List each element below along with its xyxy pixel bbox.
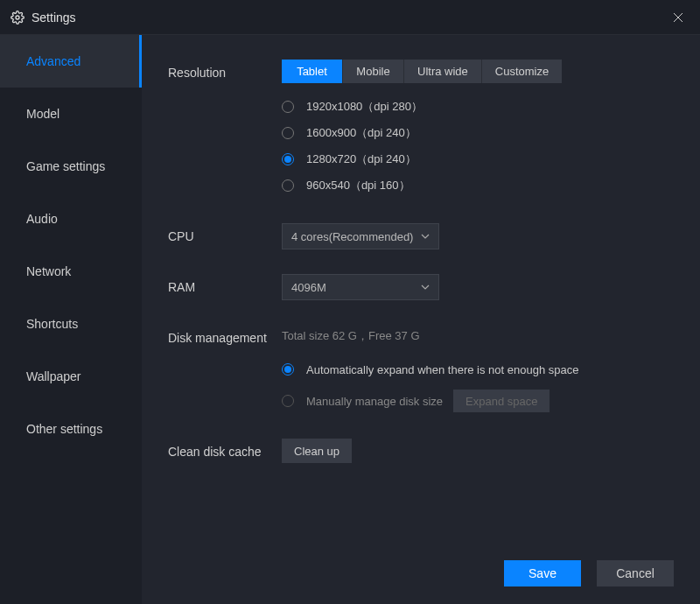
ram-value: 4096M <box>291 281 326 294</box>
resolution-label: Resolution <box>168 60 282 199</box>
resolution-option[interactable]: 960x540（dpi 160） <box>282 172 674 199</box>
svg-point-0 <box>16 16 19 19</box>
main-panel: Resolution TabletMobileUltra wideCustomi… <box>142 35 700 569</box>
resolution-tab-tablet[interactable]: Tablet <box>282 60 343 83</box>
radio-icon <box>282 363 294 376</box>
sidebar-item-wallpaper[interactable]: Wallpaper <box>0 350 142 403</box>
cpu-select[interactable]: 4 cores(Recommended) <box>282 223 439 249</box>
radio-icon <box>282 179 294 192</box>
sidebar-item-model[interactable]: Model <box>0 88 142 140</box>
sidebar-item-network[interactable]: Network <box>0 245 142 298</box>
sidebar-item-advanced[interactable]: Advanced <box>0 35 142 88</box>
resolution-tab-ultra-wide[interactable]: Ultra wide <box>404 60 482 83</box>
cpu-label: CPU <box>168 223 282 249</box>
chevron-down-icon <box>421 281 430 294</box>
resolution-option-label: 1600x900（dpi 240） <box>306 125 416 141</box>
clean-label: Clean disk cache <box>168 439 282 463</box>
radio-icon <box>282 101 294 113</box>
radio-icon <box>282 153 294 165</box>
resolution-option[interactable]: 1920x1080（dpi 280） <box>282 94 674 120</box>
resolution-option-label: 1920x1080（dpi 280） <box>306 99 423 115</box>
sidebar-item-game-settings[interactable]: Game settings <box>0 140 142 193</box>
disk-auto-label: Automatically expand when there is not e… <box>306 363 578 376</box>
chevron-down-icon <box>421 230 430 243</box>
save-button[interactable]: Save <box>504 560 581 586</box>
resolution-option[interactable]: 1600x900（dpi 240） <box>282 120 674 146</box>
close-button[interactable] <box>665 4 691 31</box>
resolution-option-label: 960x540（dpi 160） <box>306 178 410 193</box>
disk-info: Total size 62 G，Free 37 G <box>282 325 674 344</box>
disk-manual-label: Manually manage disk size <box>306 395 443 408</box>
sidebar-item-audio[interactable]: Audio <box>0 193 142 245</box>
sidebar: AdvancedModelGame settingsAudioNetworkSh… <box>0 35 142 569</box>
ram-select[interactable]: 4096M <box>282 274 439 300</box>
radio-icon <box>282 127 294 139</box>
gear-icon <box>10 11 24 25</box>
resolution-option[interactable]: 1280x720（dpi 240） <box>282 146 674 172</box>
disk-manual-radio[interactable]: Manually manage disk size Expand space <box>282 388 674 414</box>
ram-label: RAM <box>168 274 282 300</box>
radio-icon <box>282 395 294 407</box>
resolution-tab-mobile[interactable]: Mobile <box>343 60 404 83</box>
resolution-option-label: 1280x720（dpi 240） <box>306 151 416 167</box>
clean-up-button[interactable]: Clean up <box>282 439 352 463</box>
cpu-value: 4 cores(Recommended) <box>291 230 413 243</box>
cancel-button[interactable]: Cancel <box>597 560 674 586</box>
footer: Save Cancel <box>142 569 700 604</box>
sidebar-item-other-settings[interactable]: Other settings <box>0 403 142 455</box>
disk-label: Disk management <box>168 325 282 414</box>
expand-space-button: Expand space <box>453 390 550 412</box>
resolution-tabs: TabletMobileUltra wideCustomize <box>282 60 674 83</box>
titlebar: Settings <box>0 0 700 35</box>
window-title: Settings <box>32 11 665 25</box>
resolution-tab-customize[interactable]: Customize <box>482 60 562 83</box>
sidebar-item-shortcuts[interactable]: Shortcuts <box>0 298 142 350</box>
disk-auto-radio[interactable]: Automatically expand when there is not e… <box>282 356 674 383</box>
